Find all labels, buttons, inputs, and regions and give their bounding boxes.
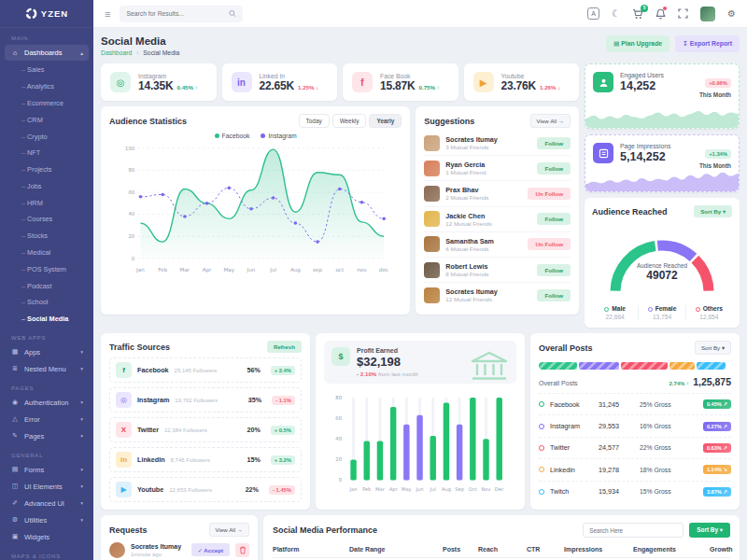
sidebar-item-medical[interactable]: Medical <box>0 245 93 261</box>
sidebar-item-school[interactable]: School <box>0 294 93 311</box>
overall-post-row: Instagram 29,553 16% Gross 0.27% ↗ <box>539 415 731 437</box>
platform-delta: 1.25% ↓ <box>298 84 318 91</box>
suggestion-avatar <box>424 135 440 151</box>
delete-request-button[interactable] <box>235 543 249 557</box>
svg-text:Sep: Sep <box>455 486 464 493</box>
dark-mode-icon[interactable]: ☾ <box>612 9 620 19</box>
fullscreen-icon[interactable] <box>678 8 688 19</box>
svg-text:May: May <box>223 267 234 273</box>
requests-view-all-button[interactable]: View All → <box>209 523 249 537</box>
performance-sort-button[interactable]: Sort By ▾ <box>689 523 730 538</box>
plan-upgrade-button[interactable]: ▤ Plan Upgrade <box>606 35 669 52</box>
chevron-icon: ▾ <box>80 433 83 439</box>
chevron-icon: ▾ <box>80 399 83 405</box>
breadcrumb-dashboard[interactable]: Dashboard <box>101 49 132 56</box>
search-input[interactable] <box>126 10 223 17</box>
sidebar-item-social-media[interactable]: Social Media <box>0 311 93 328</box>
sidebar-item-stocks[interactable]: Stocks <box>0 228 93 245</box>
global-search[interactable] <box>120 6 243 22</box>
logo[interactable]: YZEN <box>0 0 93 28</box>
sidebar-item-sales[interactable]: Sales <box>0 62 93 78</box>
sidebar-item-podcast[interactable]: Podcast <box>0 277 93 294</box>
overall-posts-total: 1,25,875 <box>693 376 731 387</box>
user-avatar[interactable] <box>700 7 715 21</box>
cart-badge: 5 <box>641 5 648 12</box>
sidebar-item-forms[interactable]: ▤Forms▾ <box>5 462 89 478</box>
traffic-share: 35% <box>248 396 261 404</box>
follow-button[interactable]: Un Follow <box>528 188 571 200</box>
cart-icon[interactable]: 5 <box>632 8 643 20</box>
sidebar-item-crypto[interactable]: Crypto <box>0 128 93 145</box>
sidebar-item-jobs[interactable]: Jobs <box>0 177 93 194</box>
suggestion-name: Robert Lewis <box>445 262 488 271</box>
overall-post-row: Facebook 31,245 25% Gross 0.45% ↗ <box>539 394 731 415</box>
platform-stat-card[interactable]: ▶ Youtube 23.76K 1.26% ↓ <box>464 63 580 101</box>
traffic-refresh-button[interactable]: Refresh <box>267 341 302 353</box>
follow-button[interactable]: Follow <box>537 289 571 301</box>
platform-delta: 1.26% ↓ <box>540 84 560 91</box>
settings-icon[interactable]: ⚙ <box>727 9 736 19</box>
accept-button[interactable]: ✓ Accept <box>191 543 230 556</box>
sidebar-item-nft[interactable]: NFT <box>0 145 93 161</box>
overall-platform-name: Twitch <box>550 487 599 496</box>
svg-text:Jul: Jul <box>430 486 436 493</box>
dollar-icon: $ <box>331 347 350 366</box>
sidebar-item-hrm[interactable]: HRM <box>0 194 93 211</box>
logo-text: YZEN <box>41 8 68 19</box>
overall-posts-title: Overall Posts <box>539 343 593 353</box>
follow-button[interactable]: Follow <box>537 213 571 225</box>
svg-text:0: 0 <box>132 256 135 261</box>
follow-button[interactable]: Un Follow <box>528 238 571 250</box>
traffic-platform-name: Facebook <box>137 366 169 374</box>
sidebar-item-ecommerce[interactable]: Ecommerce <box>0 95 93 112</box>
sidebar-item-widgets[interactable]: ▣Widgets <box>5 529 89 545</box>
tab-yearly[interactable]: Yearly <box>369 114 402 128</box>
performance-search-input[interactable] <box>583 523 684 538</box>
sidebar-item-courses[interactable]: Courses <box>0 211 93 228</box>
sidebar-item-pages[interactable]: ✎Pages▾ <box>5 428 89 444</box>
svg-text:20: 20 <box>335 456 342 462</box>
sidebar-item-apps[interactable]: ▦Apps▾ <box>5 344 89 360</box>
platform-stat-card[interactable]: ◎ Instagram 14.35K 0.45% ↑ <box>101 63 217 101</box>
sidebar-item-ui-elements[interactable]: ◫UI Elements▾ <box>5 479 89 495</box>
notifications-icon[interactable] <box>655 8 666 20</box>
overall-platform-badge: 0.45% ↗ <box>703 399 731 409</box>
sidebar-item-projects[interactable]: Projects <box>0 161 93 178</box>
pages-icon: ✎ <box>10 432 20 440</box>
export-report-button[interactable]: ↧ Export Report <box>675 35 740 52</box>
sidebar-item-advanced-ui[interactable]: ✐Advanced UI▾ <box>5 496 89 511</box>
page-impressions-icon <box>593 143 613 163</box>
sidebar-item-pos-system[interactable]: POS System <box>0 260 93 277</box>
suggestions-view-all-button[interactable]: View All → <box>530 114 571 128</box>
main-area: ≡ A ☾ 5 ⚙ <box>93 0 747 560</box>
traffic-platform-icon: X <box>116 422 132 438</box>
platform-stat-card[interactable]: f Face Book 15.87K 0.75% ↑ <box>343 63 458 101</box>
sidebar-item-authentication[interactable]: ◉Authentication▾ <box>5 395 89 411</box>
follow-button[interactable]: Follow <box>537 264 571 276</box>
svg-text:80: 80 <box>335 395 342 400</box>
tab-today[interactable]: Today <box>299 114 330 128</box>
sidebar-item-crm[interactable]: CRM <box>0 111 93 128</box>
follow-button[interactable]: Follow <box>537 162 571 175</box>
page-impressions-sparkline <box>585 169 739 191</box>
language-icon[interactable]: A <box>587 7 599 20</box>
sidebar-item-utilities[interactable]: ⚙Utilities▾ <box>5 512 89 528</box>
svg-text:60: 60 <box>335 415 342 421</box>
engaged-users-icon <box>593 72 613 92</box>
suggestion-name: Samantha Sam <box>445 237 494 245</box>
overall-posts-sort-button[interactable]: Sort By ▾ <box>695 341 731 355</box>
hamburger-menu-icon[interactable]: ≡ <box>105 8 110 20</box>
utilities-icon: ⚙ <box>10 516 20 524</box>
tab-weekly[interactable]: Weekly <box>332 114 367 128</box>
sidebar-item-dashboards[interactable]: ⌂Dashboards▴ <box>5 45 89 61</box>
suggestion-name: Socrates Itumay <box>445 135 498 144</box>
sidebar-item-analytics[interactable]: Analytics <box>0 78 93 95</box>
sidebar-item-nested-menu[interactable]: ≣Nested Menu▾ <box>5 361 89 377</box>
follow-button[interactable]: Follow <box>537 137 571 149</box>
svg-text:Jan: Jan <box>135 267 145 273</box>
audience-reached-sort-button[interactable]: Sort By ▾ <box>694 205 732 217</box>
request-time: 1minute ago <box>131 552 181 557</box>
page-impressions-value: 5,14,252 <box>620 150 670 163</box>
platform-stat-card[interactable]: in Linked In 22.65K 1.25% ↓ <box>222 63 338 101</box>
sidebar-item-error[interactable]: △Error▾ <box>5 412 89 427</box>
